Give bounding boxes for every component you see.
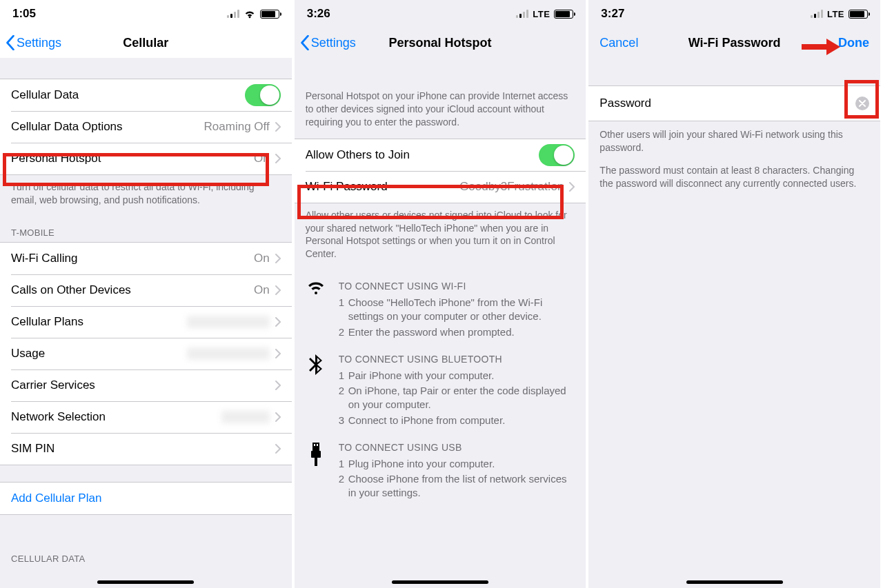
cancel-button[interactable]: Cancel bbox=[599, 36, 638, 50]
back-label: Settings bbox=[311, 36, 356, 50]
cell-value: On bbox=[254, 152, 270, 165]
toggle-cellular-data[interactable] bbox=[245, 84, 281, 106]
chevron-right-icon bbox=[275, 349, 281, 358]
instructions-wifi: TO CONNECT USING WI-FI Choose "HelloTech… bbox=[295, 270, 586, 343]
cell-carrier-services[interactable]: Carrier Services bbox=[0, 369, 292, 401]
instruction-title: TO CONNECT USING BLUETOOTH bbox=[339, 353, 575, 366]
home-indicator bbox=[392, 580, 488, 584]
section-header-carrier: T-MOBILE bbox=[0, 216, 292, 242]
battery-icon bbox=[849, 10, 868, 19]
redacted-value bbox=[187, 347, 270, 360]
cell-label: Add Cellular Plan bbox=[11, 491, 101, 505]
cell-value: Goodby3Frustrat!on bbox=[459, 180, 564, 194]
svg-rect-3 bbox=[311, 451, 321, 458]
cell-personal-hotspot[interactable]: Personal Hotspot On bbox=[0, 143, 292, 174]
chevron-right-icon bbox=[275, 254, 281, 263]
home-indicator bbox=[686, 580, 783, 584]
status-time: 1:05 bbox=[12, 7, 36, 21]
screen-cellular: 1:05 Settings Cellular Cellular Data Cel… bbox=[0, 0, 295, 588]
cell-sim-pin[interactable]: SIM PIN bbox=[0, 433, 292, 465]
instruction-step: Connect to iPhone from computer. bbox=[339, 414, 575, 427]
footer-note: Turn off cellular data to restrict all d… bbox=[0, 175, 292, 216]
instruction-step: Pair iPhone with your computer. bbox=[339, 369, 575, 383]
lte-label: LTE bbox=[533, 9, 550, 19]
cell-value: Roaming Off bbox=[204, 120, 270, 134]
status-time: 3:27 bbox=[601, 7, 624, 21]
info-note: Personal Hotspot on your iPhone can prov… bbox=[295, 58, 586, 139]
cell-cellular-data-options[interactable]: Cellular Data Options Roaming Off bbox=[0, 111, 292, 143]
usb-icon bbox=[306, 441, 326, 502]
svg-marker-6 bbox=[826, 39, 840, 55]
cell-wifi-calling[interactable]: Wi-Fi Calling On bbox=[0, 243, 292, 274]
cell-label: Cellular Data Options bbox=[11, 120, 204, 134]
instruction-step: Choose iPhone from the list of network s… bbox=[339, 472, 575, 500]
chevron-right-icon bbox=[275, 317, 281, 327]
instruction-step: Plug iPhone into your computer. bbox=[339, 457, 575, 471]
nav-bar: Settings Cellular bbox=[0, 28, 292, 58]
cell-add-cellular-plan[interactable]: Add Cellular Plan bbox=[0, 483, 292, 514]
chevron-right-icon bbox=[275, 122, 281, 132]
chevron-right-icon bbox=[275, 444, 281, 454]
cell-network-selection[interactable]: Network Selection bbox=[0, 401, 292, 433]
instruction-step: Enter the password when prompted. bbox=[339, 325, 575, 339]
chevron-left-icon bbox=[300, 35, 310, 50]
cell-cellular-plans[interactable]: Cellular Plans bbox=[0, 306, 292, 338]
info-note: Allow other users or devices not signed … bbox=[295, 203, 586, 271]
signal-bars-icon bbox=[227, 10, 239, 18]
svg-rect-2 bbox=[317, 444, 318, 446]
cell-wifi-password[interactable]: Wi-Fi Password Goodby3Frustrat!on bbox=[295, 171, 586, 203]
chevron-right-icon bbox=[275, 285, 281, 295]
cell-value: On bbox=[254, 252, 270, 265]
cell-allow-others[interactable]: Allow Others to Join bbox=[295, 139, 586, 171]
instruction-step: On iPhone, tap Pair or enter the code di… bbox=[339, 384, 575, 412]
chevron-right-icon bbox=[275, 381, 281, 390]
cell-password-input[interactable]: Password bbox=[588, 85, 880, 121]
instructions-bluetooth: TO CONNECT USING BLUETOOTH Pair iPhone w… bbox=[295, 343, 586, 432]
back-button[interactable]: Settings bbox=[6, 35, 61, 50]
status-time: 3:26 bbox=[307, 7, 330, 21]
screen-wifi-password: 3:27 LTE Cancel Wi-Fi Password Done Pass… bbox=[588, 0, 883, 588]
section-header-cellular-data: CELLULAR DATA bbox=[0, 543, 292, 568]
cell-label: Usage bbox=[11, 347, 187, 361]
info-note: Other users will join your shared Wi-Fi … bbox=[588, 121, 880, 164]
cell-calls-other-devices[interactable]: Calls on Other Devices On bbox=[0, 274, 292, 306]
cell-label: Wi-Fi Calling bbox=[11, 252, 254, 265]
redacted-value bbox=[187, 316, 270, 328]
wifi-icon bbox=[306, 280, 326, 341]
wifi-icon bbox=[244, 10, 256, 19]
toggle-allow-others[interactable] bbox=[539, 144, 575, 166]
svg-rect-1 bbox=[314, 444, 315, 446]
back-label: Settings bbox=[17, 36, 61, 50]
home-indicator bbox=[97, 580, 194, 584]
battery-icon bbox=[260, 10, 279, 19]
svg-rect-4 bbox=[315, 458, 317, 466]
arrow-icon bbox=[802, 37, 840, 57]
redacted-value bbox=[221, 411, 270, 423]
chevron-right-icon bbox=[275, 154, 281, 163]
svg-rect-0 bbox=[312, 443, 319, 451]
done-button[interactable]: Done bbox=[838, 36, 869, 50]
back-button[interactable]: Settings bbox=[300, 35, 356, 50]
cell-label: Allow Others to Join bbox=[306, 148, 539, 162]
password-input[interactable] bbox=[662, 97, 855, 110]
cell-label: SIM PIN bbox=[11, 442, 275, 456]
cell-cellular-data[interactable]: Cellular Data bbox=[0, 79, 292, 111]
cell-value: On bbox=[254, 283, 270, 297]
screen-personal-hotspot: 3:26 LTE Settings Personal Hotspot Perso… bbox=[295, 0, 589, 588]
cell-usage[interactable]: Usage bbox=[0, 338, 292, 369]
cell-label: Wi-Fi Password bbox=[306, 180, 459, 194]
lte-label: LTE bbox=[827, 9, 844, 19]
cell-label: Carrier Services bbox=[11, 378, 275, 392]
status-bar: 3:27 LTE bbox=[588, 0, 880, 28]
clear-button[interactable] bbox=[855, 97, 869, 110]
cell-label: Calls on Other Devices bbox=[11, 283, 254, 297]
info-note: The password must contain at least 8 cha… bbox=[588, 164, 880, 200]
cell-label: Cellular Plans bbox=[11, 315, 187, 329]
signal-bars-icon bbox=[811, 10, 823, 18]
chevron-right-icon bbox=[569, 182, 575, 192]
x-icon bbox=[859, 100, 866, 107]
battery-icon bbox=[554, 10, 573, 19]
nav-bar: Settings Personal Hotspot bbox=[295, 28, 586, 58]
instruction-title: TO CONNECT USING USB bbox=[339, 441, 575, 454]
signal-bars-icon bbox=[516, 10, 528, 18]
